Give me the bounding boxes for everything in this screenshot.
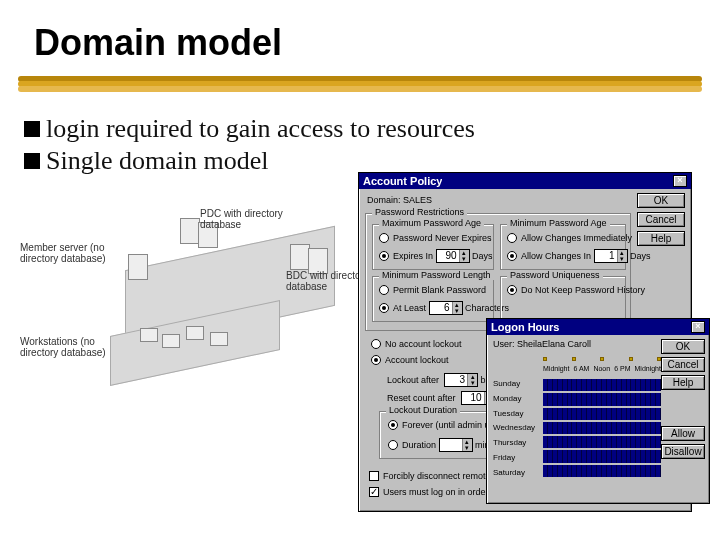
help-button[interactable]: Help bbox=[637, 231, 685, 246]
logon-hours-dialog: Logon Hours × User: SheilaElana Caroll O… bbox=[486, 318, 710, 504]
reset-count-label: Reset count after bbox=[387, 393, 456, 403]
disallow-button[interactable]: Disallow bbox=[661, 444, 705, 459]
lockout-after-label: Lockout after bbox=[387, 375, 439, 385]
close-icon[interactable]: × bbox=[673, 175, 687, 187]
day-label: Sunday bbox=[493, 379, 541, 388]
chevron-down-icon[interactable]: ▾ bbox=[459, 256, 469, 262]
bullet-icon bbox=[24, 121, 40, 137]
time-marker-row bbox=[543, 357, 661, 365]
tick-label: 6 PM bbox=[614, 365, 630, 372]
page-title: Domain model bbox=[0, 0, 720, 68]
radio-label: Expires In bbox=[393, 251, 433, 261]
titlebar[interactable]: Account Policy × bbox=[359, 173, 691, 189]
radio-allow-changes-in[interactable] bbox=[507, 251, 517, 261]
day-label: Tuesday bbox=[493, 409, 541, 418]
window-title: Logon Hours bbox=[491, 321, 559, 333]
titlebar[interactable]: Logon Hours × bbox=[487, 319, 709, 335]
radio-no-lockout[interactable] bbox=[371, 339, 381, 349]
lockout-after-value: 3 bbox=[445, 374, 467, 386]
radio-label: Do Not Keep Password History bbox=[521, 285, 645, 295]
radio-account-lockout[interactable] bbox=[371, 355, 381, 365]
group-min-length: Minimum Password Length Permit Blank Pas… bbox=[372, 276, 494, 322]
sun-icon bbox=[600, 357, 604, 361]
reset-count-value: 10 bbox=[462, 392, 484, 404]
unit-label: Days bbox=[630, 251, 651, 261]
close-icon[interactable]: × bbox=[691, 321, 705, 333]
diagram-label-member-server: Member server (no directory database) bbox=[20, 242, 115, 264]
diagram-label-pdc: PDC with directory database bbox=[200, 208, 310, 230]
day-label: Saturday bbox=[493, 468, 541, 477]
hour-cell[interactable] bbox=[656, 436, 661, 448]
min-length-stepper[interactable]: 6 ▴▾ bbox=[429, 301, 463, 315]
hours-row[interactable] bbox=[543, 379, 661, 391]
radio-forever[interactable] bbox=[388, 420, 398, 430]
user-label: User: bbox=[493, 339, 515, 349]
help-button[interactable]: Help bbox=[661, 375, 705, 390]
window-title: Account Policy bbox=[363, 175, 442, 187]
cancel-button[interactable]: Cancel bbox=[637, 212, 685, 227]
hours-row[interactable] bbox=[543, 393, 661, 405]
duration-value bbox=[440, 439, 462, 451]
radio-at-least[interactable] bbox=[379, 303, 389, 313]
group-max-age: Maximum Password Age Password Never Expi… bbox=[372, 224, 494, 270]
group-min-age: Minimum Password Age Allow Changes Immed… bbox=[500, 224, 626, 270]
lockout-after-stepper[interactable]: 3 ▴▾ bbox=[444, 373, 478, 387]
ok-button[interactable]: OK bbox=[637, 193, 685, 208]
group-legend: Minimum Password Length bbox=[379, 270, 494, 280]
expires-days-stepper[interactable]: 90 ▴▾ bbox=[436, 249, 470, 263]
radio-duration[interactable] bbox=[388, 440, 398, 450]
chevron-down-icon[interactable]: ▾ bbox=[462, 445, 472, 451]
sun-icon bbox=[629, 357, 633, 361]
allow-days-value: 1 bbox=[595, 250, 617, 262]
radio-allow-immediately[interactable] bbox=[507, 233, 517, 243]
time-tick-labels: Midnight 6 AM Noon 6 PM Midnight bbox=[543, 365, 661, 372]
hour-cell[interactable] bbox=[656, 379, 661, 391]
hours-row[interactable] bbox=[543, 436, 661, 448]
chevron-down-icon[interactable]: ▾ bbox=[467, 380, 477, 386]
checkbox-force-disconnect[interactable] bbox=[369, 471, 379, 481]
day-label: Wednesday bbox=[493, 423, 541, 432]
radio-label: Allow Changes Immediately bbox=[521, 233, 632, 243]
radio-expires-in[interactable] bbox=[379, 251, 389, 261]
group-uniqueness: Password Uniqueness Do Not Keep Password… bbox=[500, 276, 626, 322]
hour-cell[interactable] bbox=[656, 465, 661, 477]
allow-button[interactable]: Allow bbox=[661, 426, 705, 441]
cancel-button[interactable]: Cancel bbox=[661, 357, 705, 372]
radio-label: No account lockout bbox=[385, 339, 462, 349]
sun-icon bbox=[657, 357, 661, 361]
min-length-value: 6 bbox=[430, 302, 452, 314]
logon-hours-grid[interactable] bbox=[543, 379, 661, 477]
hour-cell[interactable] bbox=[656, 422, 661, 434]
hours-row[interactable] bbox=[543, 465, 661, 477]
domain-value: SALES bbox=[403, 195, 432, 205]
radio-label: Password Never Expires bbox=[393, 233, 492, 243]
divider-brush bbox=[18, 76, 702, 94]
hours-row[interactable] bbox=[543, 450, 661, 462]
tick-label: Noon bbox=[593, 365, 610, 372]
group-legend: Lockout Duration bbox=[386, 405, 460, 415]
group-legend: Minimum Password Age bbox=[507, 218, 610, 228]
sun-icon bbox=[543, 357, 547, 361]
checkbox-must-logon[interactable] bbox=[369, 487, 379, 497]
hours-row[interactable] bbox=[543, 408, 661, 420]
group-legend: Maximum Password Age bbox=[379, 218, 484, 228]
day-label: Thursday bbox=[493, 438, 541, 447]
hours-row[interactable] bbox=[543, 422, 661, 434]
radio-no-history[interactable] bbox=[507, 285, 517, 295]
unit-label: Days bbox=[472, 251, 493, 261]
hour-cell[interactable] bbox=[656, 408, 661, 420]
bullet-item: login required to gain access to resourc… bbox=[24, 114, 720, 144]
duration-stepper[interactable]: ▴▾ bbox=[439, 438, 473, 452]
allow-days-stepper[interactable]: 1 ▴▾ bbox=[594, 249, 628, 263]
ok-button[interactable]: OK bbox=[661, 339, 705, 354]
hour-cell[interactable] bbox=[656, 393, 661, 405]
hour-cell[interactable] bbox=[656, 450, 661, 462]
radio-never-expires[interactable] bbox=[379, 233, 389, 243]
chevron-down-icon[interactable]: ▾ bbox=[452, 308, 462, 314]
radio-label: Duration bbox=[402, 440, 436, 450]
radio-label: At Least bbox=[393, 303, 426, 313]
bullet-text: Single domain model bbox=[46, 146, 268, 176]
radio-permit-blank[interactable] bbox=[379, 285, 389, 295]
bullet-icon bbox=[24, 153, 40, 169]
chevron-down-icon[interactable]: ▾ bbox=[617, 256, 627, 262]
